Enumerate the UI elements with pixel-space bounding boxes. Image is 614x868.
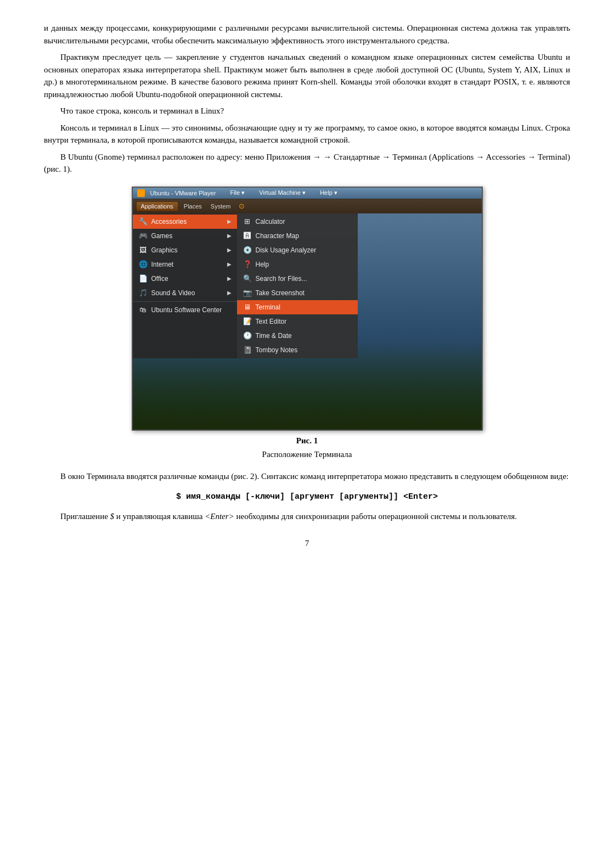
paragraph-5: В Ubuntu (Gnome) терминал расположен по … (44, 151, 570, 176)
para7-dollar: $ (110, 512, 115, 521)
panel-system[interactable]: System (206, 203, 235, 210)
para7-suffix: необходимы для синхронизации работы опер… (234, 512, 517, 521)
apps-right-column: ⊞ Calculator 🅰 Character Map 💿 Disk Usag… (237, 213, 358, 358)
time-date-label: Time & Date (256, 332, 292, 340)
screenshot-label: Take Screenshot (256, 289, 305, 297)
ubuntu-logo-icon: ⊙ (239, 202, 245, 210)
paragraph-4: Консоль и терминал в Linux — это синоним… (44, 122, 570, 146)
paragraph-2: Практикум преследует цель — закрепление … (44, 51, 570, 100)
internet-arrow: ▶ (227, 261, 232, 267)
menu-games[interactable]: 🎮 Games ▶ (133, 229, 237, 243)
paragraph-6: В окно Терминала вводятся различные кома… (44, 470, 570, 483)
accessories-arrow: ▶ (227, 218, 232, 224)
calculator-label: Calculator (256, 218, 285, 226)
menu-character-map[interactable]: 🅰 Character Map (237, 229, 358, 243)
disk-usage-icon: 💿 (243, 245, 252, 255)
command-syntax: $ имя_команды [-ключи] [аргумент [аргуме… (44, 491, 570, 504)
tomboy-notes-label: Tomboy Notes (256, 346, 298, 354)
fig-caption-text: Расположение Терминала (44, 450, 570, 459)
help-icon: ❓ (243, 260, 252, 269)
ubuntu-software-icon: 🛍 (138, 305, 148, 315)
ubuntu-software-label: Ubuntu Software Center (151, 306, 222, 314)
panel-applications[interactable]: Applications (136, 201, 178, 211)
menu-terminal[interactable]: 🖥 Terminal (237, 300, 358, 314)
menu-internet[interactable]: 🌐 Internet ▶ (133, 257, 237, 272)
games-icon: 🎮 (138, 231, 148, 241)
vmware-window: Ubuntu - VMware Player File ▾ Virtual Ma… (132, 187, 483, 431)
menu-text-editor[interactable]: 📝 Text Editor (237, 314, 358, 329)
fig-label-bold: Рис. 1 (296, 436, 318, 445)
vmware-titlebar: Ubuntu - VMware Player File ▾ Virtual Ma… (133, 188, 482, 199)
menu-help[interactable]: ❓ Help (237, 257, 358, 272)
menu-graphics[interactable]: 🖼 Graphics ▶ (133, 243, 237, 257)
time-date-icon: 🕐 (243, 331, 252, 341)
character-map-label: Character Map (256, 232, 299, 240)
sound-video-icon: 🎵 (138, 288, 148, 298)
ubuntu-desktop: Applications Places System ⊙ 🔧 Accessori… (133, 199, 482, 430)
apps-left-column: 🔧 Accessories ▶ 🎮 Games ▶ 🖼 Graphics (133, 213, 237, 358)
games-arrow: ▶ (227, 233, 232, 239)
graphics-label: Graphics (151, 246, 178, 254)
vmware-icon (137, 189, 145, 197)
page-number: 7 (44, 539, 570, 548)
menu-tomboy-notes[interactable]: 📓 Tomboy Notes (237, 343, 358, 357)
calculator-icon: ⊞ (243, 217, 252, 227)
vmware-menu-vm[interactable]: Virtual Machine ▾ (259, 189, 306, 196)
office-icon: 📄 (138, 274, 148, 284)
vmware-menu-help[interactable]: Help ▾ (320, 189, 337, 196)
search-files-label: Search for Files... (256, 275, 307, 283)
disk-usage-label: Disk Usage Analyzer (256, 246, 317, 254)
menu-screenshot[interactable]: 📷 Take Screenshot (237, 286, 358, 300)
graphics-icon: 🖼 (138, 245, 148, 255)
tomboy-notes-icon: 📓 (243, 345, 252, 355)
para7-middle: и управляющая клавиша (114, 512, 205, 521)
internet-icon: 🌐 (138, 260, 148, 269)
paragraph-7: Приглашение $ и управляющая клавиша <Ent… (44, 510, 570, 523)
menu-ubuntu-software[interactable]: 🛍 Ubuntu Software Center (133, 303, 237, 317)
figure-1: Ubuntu - VMware Player File ▾ Virtual Ma… (44, 187, 570, 459)
ubuntu-panel: Applications Places System ⊙ (133, 199, 482, 213)
search-files-icon: 🔍 (243, 274, 252, 284)
panel-places[interactable]: Places (179, 203, 206, 210)
character-map-icon: 🅰 (243, 231, 252, 241)
para7-enter: <Enter> (205, 512, 234, 521)
vmware-title: Ubuntu - VMware Player (150, 190, 216, 196)
office-label: Office (151, 275, 168, 283)
terminal-label: Terminal (256, 303, 280, 311)
internet-label: Internet (151, 261, 174, 268)
menu-sound-video[interactable]: 🎵 Sound & Video ▶ (133, 286, 237, 300)
menu-disk-usage[interactable]: 💿 Disk Usage Analyzer (237, 243, 358, 257)
menu-accessories[interactable]: 🔧 Accessories ▶ (133, 215, 237, 229)
menu-calculator[interactable]: ⊞ Calculator (237, 215, 358, 229)
accessories-icon: 🔧 (138, 217, 148, 227)
games-label: Games (151, 232, 173, 240)
terminal-icon: 🖥 (243, 302, 252, 312)
accessories-label: Accessories (151, 218, 187, 226)
text-editor-label: Text Editor (256, 318, 287, 325)
para7-prefix: Приглашение (60, 512, 110, 521)
applications-menu: 🔧 Accessories ▶ 🎮 Games ▶ 🖼 Graphics (133, 213, 358, 358)
menu-separator (133, 301, 237, 302)
sound-video-label: Sound & Video (151, 289, 195, 297)
office-arrow: ▶ (227, 275, 232, 281)
page-content: и данных между процессами, конкурирующим… (44, 22, 570, 548)
menu-search-files[interactable]: 🔍 Search for Files... (237, 272, 358, 286)
sound-video-arrow: ▶ (227, 290, 232, 296)
help-label: Help (256, 261, 269, 268)
text-editor-icon: 📝 (243, 317, 252, 326)
fig-label: Рис. 1 (44, 436, 570, 446)
menu-office[interactable]: 📄 Office ▶ (133, 272, 237, 286)
vmware-menu-file[interactable]: File ▾ (230, 189, 245, 196)
screenshot-icon: 📷 (243, 288, 252, 298)
menu-time-date[interactable]: 🕐 Time & Date (237, 329, 358, 343)
paragraph-1: и данных между процессами, конкурирующим… (44, 22, 570, 47)
paragraph-3: Что такое строка, консоль и терминал в L… (44, 105, 570, 117)
graphics-arrow: ▶ (227, 247, 232, 253)
